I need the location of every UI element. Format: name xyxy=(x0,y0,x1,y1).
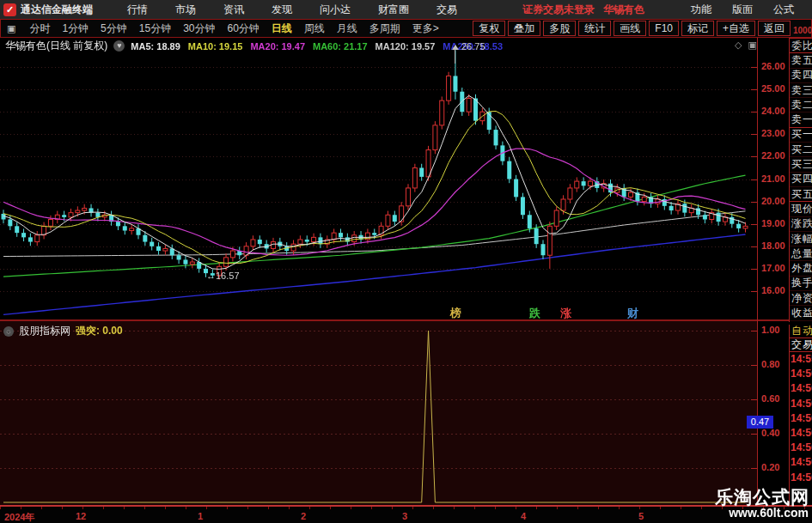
ticker-char-榜[interactable]: 榜 xyxy=(450,306,461,321)
menu-item-发现[interactable]: 发现 xyxy=(258,3,306,17)
indicator-menu-icon[interactable]: ◌ xyxy=(3,326,14,337)
menu-item-财富圈[interactable]: 财富圈 xyxy=(364,3,423,17)
action-button-复权[interactable]: 复权 xyxy=(473,21,505,36)
quote-row-卖二[interactable]: 卖二 xyxy=(790,98,812,113)
trade-time-entry: 14:56 xyxy=(790,411,812,426)
period-tab-周线[interactable]: 周线 xyxy=(298,21,331,36)
period-tab-60分钟[interactable]: 60分钟 xyxy=(222,21,266,36)
quote-row-买五[interactable]: 买五 xyxy=(790,187,812,202)
indicator-axis: 1.000.800.600.400.20 xyxy=(757,321,790,505)
current-stock-name[interactable]: 华锡有色 xyxy=(603,3,644,17)
period-tab-多周期[interactable]: 多周期 xyxy=(363,21,406,36)
menu-item-公式[interactable]: 公式 xyxy=(763,3,804,17)
ticker-char-财[interactable]: 财 xyxy=(627,306,638,321)
date-label-4: 4 xyxy=(521,511,526,521)
menu-item-版面[interactable]: 版面 xyxy=(722,3,763,17)
action-button-F10[interactable]: F10 xyxy=(649,21,679,36)
window-icon[interactable]: ▣ xyxy=(748,40,756,51)
chart-corner-icons: ◇▣ xyxy=(735,40,757,51)
period-tab-15分钟[interactable]: 15分钟 xyxy=(133,21,177,36)
quote-row-换手[interactable]: 换手 xyxy=(790,277,812,291)
indicator-tick-label: 1.00 xyxy=(761,325,779,335)
quote-row-买二[interactable]: 买二 xyxy=(790,143,812,157)
app-logo-icon[interactable]: ✓ xyxy=(3,3,16,16)
chart-title-bar: 华锡有色(日线 前复权) ♥ MA5: 18.89MA10: 19.15MA20… xyxy=(5,39,503,53)
auto-button[interactable]: 自动 xyxy=(790,325,812,338)
trade-login-status[interactable]: 证券交易未登录 xyxy=(522,3,595,17)
indicator-source[interactable]: 股朋指标网 xyxy=(19,324,70,338)
favorite-icon[interactable]: ♥ xyxy=(113,40,125,52)
quote-row-现价[interactable]: 现价 xyxy=(790,202,812,216)
ticker-char-涨[interactable]: 涨 xyxy=(560,306,571,321)
quote-row-卖五[interactable]: 卖五 xyxy=(790,53,812,68)
quote-row-卖四[interactable]: 卖四 xyxy=(790,69,812,83)
quote-row-委比[interactable]: 委比 xyxy=(790,39,812,53)
period-tab-30分钟[interactable]: 30分钟 xyxy=(177,21,221,36)
action-button-多股[interactable]: 多股 xyxy=(543,21,576,36)
ma-legend-item: MA5: 18.89 xyxy=(131,41,180,52)
action-button-+自选[interactable]: +自选 xyxy=(717,21,755,36)
period-tab-1分钟[interactable]: 1分钟 xyxy=(56,21,95,36)
menu-item-交易[interactable]: 交易 xyxy=(423,3,471,17)
quote-row-买三[interactable]: 买三 xyxy=(790,157,812,172)
price-tick-label: 24.00 xyxy=(761,106,785,116)
tdx-terminal-window: ✓ 通达信金融终端 行情市场资讯发现问小达财富圈交易 证券交易未登录 华锡有色 … xyxy=(0,0,812,523)
quote-row-买四[interactable]: 买四 xyxy=(790,173,812,187)
menu-item-资讯[interactable]: 资讯 xyxy=(210,3,258,17)
menu-item-问小达[interactable]: 问小达 xyxy=(306,3,364,17)
period-tab-月线[interactable]: 月线 xyxy=(331,21,363,36)
trade-button[interactable]: 交易 xyxy=(790,338,812,352)
chart-title[interactable]: 华锡有色(日线 前复权) xyxy=(5,39,107,53)
peak-arrow-icon xyxy=(452,45,459,50)
period-tab-更多>[interactable]: 更多> xyxy=(406,21,445,36)
peak-price-label: 26.75 xyxy=(461,41,485,52)
trade-time-entry: 14:56 xyxy=(790,426,812,441)
price-tick-label: 21.00 xyxy=(761,173,785,184)
quote-row-卖三[interactable]: 卖三 xyxy=(790,83,812,98)
diamond-icon[interactable]: ◇ xyxy=(735,40,742,51)
trade-time-entry: 14:56 xyxy=(790,381,812,396)
quote-row-涨跌[interactable]: 涨跌 xyxy=(790,217,812,232)
indicator-tick-label: 0.60 xyxy=(761,393,779,404)
quote-row-涨幅[interactable]: 涨幅 xyxy=(790,232,812,246)
action-button-统计[interactable]: 统计 xyxy=(578,21,611,36)
date-label-1: 1 xyxy=(198,511,203,521)
trade-time-entry: 14:56 xyxy=(790,367,812,381)
date-label-2: 2 xyxy=(301,511,306,521)
action-button-标记[interactable]: 标记 xyxy=(681,21,714,36)
quote-row-外盘[interactable]: 外盘 xyxy=(790,261,812,276)
quote-row-收益[interactable]: 收益 xyxy=(790,306,812,320)
menu-item-行情[interactable]: 行情 xyxy=(113,3,162,17)
layout-icon[interactable]: ▣ xyxy=(7,23,15,34)
indicator-chart[interactable] xyxy=(0,321,757,505)
date-label-12: 12 xyxy=(76,511,86,521)
menu-item-选项[interactable]: 选项 xyxy=(804,3,812,17)
menu-bar: ✓ 通达信金融终端 行情市场资讯发现问小达财富圈交易 证券交易未登录 华锡有色 … xyxy=(0,0,812,19)
ma-legend: MA5: 18.89MA10: 19.15MA20: 19.47MA60: 21… xyxy=(131,41,503,52)
candlestick-chart[interactable] xyxy=(0,38,757,319)
period-tabs: 分时1分钟5分钟15分钟30分钟60分钟日线周线月线多周期更多> xyxy=(23,21,444,36)
quote-row-买一[interactable]: 买一 xyxy=(790,128,812,143)
trough-price-label: ←16.57 xyxy=(206,271,240,281)
price-tick-label: 23.00 xyxy=(761,128,785,138)
quote-row-净资[interactable]: 净资 xyxy=(790,291,812,306)
period-tab-日线[interactable]: 日线 xyxy=(266,21,298,36)
ma-legend-item: MA20: 19.47 xyxy=(250,41,305,52)
menu-item-市场[interactable]: 市场 xyxy=(162,3,210,17)
action-button-叠加[interactable]: 叠加 xyxy=(508,21,540,36)
action-button-返回[interactable]: 返回 xyxy=(758,21,791,36)
date-label-3: 3 xyxy=(402,511,407,521)
ticker-char-跌[interactable]: 跌 xyxy=(529,306,540,321)
period-tab-分时[interactable]: 分时 xyxy=(23,21,56,36)
main-menu: 行情市场资讯发现问小达财富圈交易 xyxy=(113,3,471,17)
date-label-2024年: 2024年 xyxy=(4,511,34,523)
trade-time-entry: 14:56 xyxy=(790,471,812,485)
menu-item-功能[interactable]: 功能 xyxy=(681,3,722,17)
app-title: 通达信金融终端 xyxy=(21,3,93,17)
action-button-画线[interactable]: 画线 xyxy=(614,21,646,36)
panel-divider[interactable] xyxy=(0,319,812,321)
period-tab-5分钟[interactable]: 5分钟 xyxy=(95,21,133,36)
peak-marker-line xyxy=(455,49,455,64)
quote-row-总量[interactable]: 总量 xyxy=(790,246,812,261)
quote-row-卖一[interactable]: 卖一 xyxy=(790,113,812,127)
